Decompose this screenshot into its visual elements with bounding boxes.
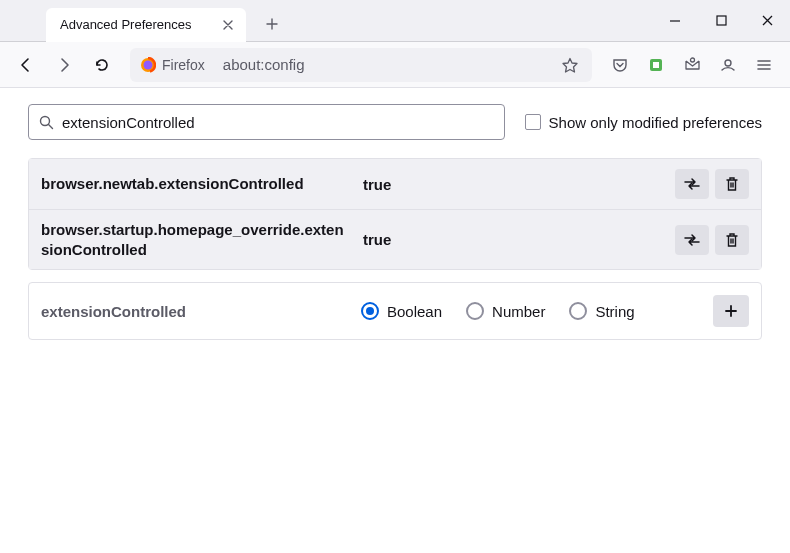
menu-button[interactable] bbox=[748, 49, 780, 81]
close-window-button[interactable] bbox=[744, 0, 790, 42]
maximize-button[interactable] bbox=[698, 0, 744, 42]
back-button[interactable] bbox=[10, 49, 42, 81]
new-pref-name: extensionControlled bbox=[41, 303, 341, 320]
type-radio-group: Boolean Number String bbox=[361, 302, 693, 320]
titlebar: Advanced Preferences bbox=[0, 0, 790, 42]
toolbar: Firefox about:config bbox=[0, 42, 790, 88]
add-pref-button[interactable] bbox=[713, 295, 749, 327]
show-modified-checkbox[interactable]: Show only modified preferences bbox=[525, 114, 762, 131]
identity-box[interactable]: Firefox bbox=[134, 54, 215, 76]
account-icon[interactable] bbox=[712, 49, 744, 81]
new-tab-button[interactable] bbox=[258, 10, 286, 38]
search-input[interactable] bbox=[62, 114, 494, 131]
radio-icon bbox=[569, 302, 587, 320]
svg-rect-0 bbox=[717, 16, 726, 25]
url-text: about:config bbox=[223, 56, 305, 73]
window-controls bbox=[652, 0, 790, 42]
radio-boolean[interactable]: Boolean bbox=[361, 302, 442, 320]
content-area: Show only modified preferences browser.n… bbox=[0, 88, 790, 356]
pref-row[interactable]: browser.startup.homepage_override.extens… bbox=[29, 210, 761, 269]
radio-number[interactable]: Number bbox=[466, 302, 545, 320]
extension-icon[interactable] bbox=[640, 49, 672, 81]
pref-name: browser.startup.homepage_override.extens… bbox=[41, 220, 351, 259]
new-pref-row: extensionControlled Boolean Number Strin… bbox=[28, 282, 762, 340]
radio-label: Number bbox=[492, 303, 545, 320]
firefox-logo-icon bbox=[140, 57, 156, 73]
delete-button[interactable] bbox=[715, 169, 749, 199]
search-icon bbox=[39, 115, 54, 130]
bookmark-star-icon[interactable] bbox=[558, 53, 582, 77]
search-box[interactable] bbox=[28, 104, 505, 140]
pref-row[interactable]: browser.newtab.extensionControlled true bbox=[29, 159, 761, 210]
checkbox-icon bbox=[525, 114, 541, 130]
pref-value: true bbox=[363, 176, 663, 193]
reload-button[interactable] bbox=[86, 49, 118, 81]
svg-rect-4 bbox=[653, 62, 659, 68]
checkbox-label: Show only modified preferences bbox=[549, 114, 762, 131]
pref-name: browser.newtab.extensionControlled bbox=[41, 174, 351, 194]
delete-button[interactable] bbox=[715, 225, 749, 255]
radio-label: String bbox=[595, 303, 634, 320]
url-bar[interactable]: Firefox about:config bbox=[130, 48, 592, 82]
pocket-icon[interactable] bbox=[604, 49, 636, 81]
svg-point-6 bbox=[725, 60, 731, 66]
pref-value: true bbox=[363, 231, 663, 248]
browser-tab[interactable]: Advanced Preferences bbox=[46, 8, 246, 42]
radio-icon bbox=[466, 302, 484, 320]
radio-icon bbox=[361, 302, 379, 320]
minimize-button[interactable] bbox=[652, 0, 698, 42]
forward-button[interactable] bbox=[48, 49, 80, 81]
radio-label: Boolean bbox=[387, 303, 442, 320]
search-row: Show only modified preferences bbox=[28, 104, 762, 140]
browser-window: Advanced Preferences bbox=[0, 0, 790, 553]
svg-point-2 bbox=[144, 60, 153, 69]
toggle-button[interactable] bbox=[675, 225, 709, 255]
close-tab-icon[interactable] bbox=[220, 17, 236, 33]
preferences-list: browser.newtab.extensionControlled true … bbox=[28, 158, 762, 270]
toggle-button[interactable] bbox=[675, 169, 709, 199]
tab-title: Advanced Preferences bbox=[60, 17, 210, 32]
identity-label: Firefox bbox=[162, 57, 205, 73]
radio-string[interactable]: String bbox=[569, 302, 634, 320]
svg-point-5 bbox=[690, 58, 694, 62]
mail-icon[interactable] bbox=[676, 49, 708, 81]
